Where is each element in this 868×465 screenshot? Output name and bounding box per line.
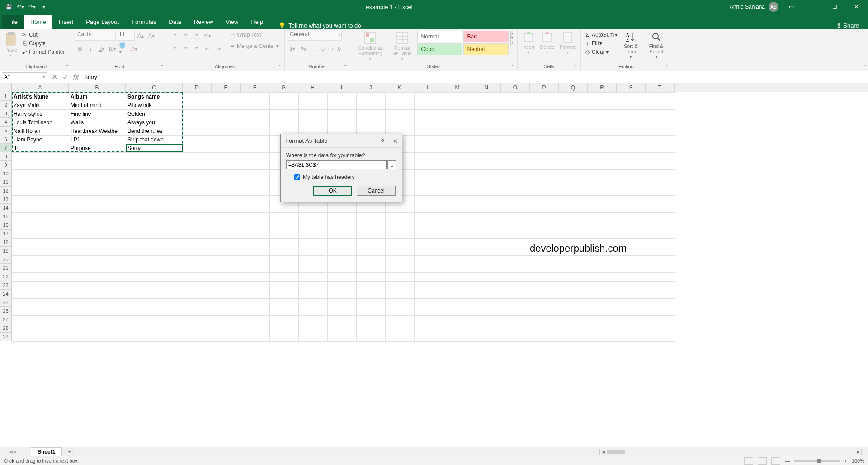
- dialog-prompt: Where is the data for your table?: [286, 152, 396, 159]
- dialog-help-icon[interactable]: ?: [377, 136, 387, 146]
- headers-checkbox[interactable]: [294, 174, 300, 180]
- ok-button[interactable]: OK: [313, 186, 352, 196]
- headers-checkbox-label: My table has headers: [303, 174, 355, 180]
- range-picker-icon[interactable]: ↥: [387, 160, 396, 169]
- dialog-close-icon[interactable]: ✕: [390, 136, 400, 146]
- format-as-table-dialog: Format As Table ? ✕ Where is the data fo…: [280, 134, 402, 202]
- table-range-input[interactable]: [286, 160, 387, 169]
- dialog-overlay: Format As Table ? ✕ Where is the data fo…: [0, 0, 868, 465]
- cancel-button[interactable]: Cancel: [357, 186, 396, 196]
